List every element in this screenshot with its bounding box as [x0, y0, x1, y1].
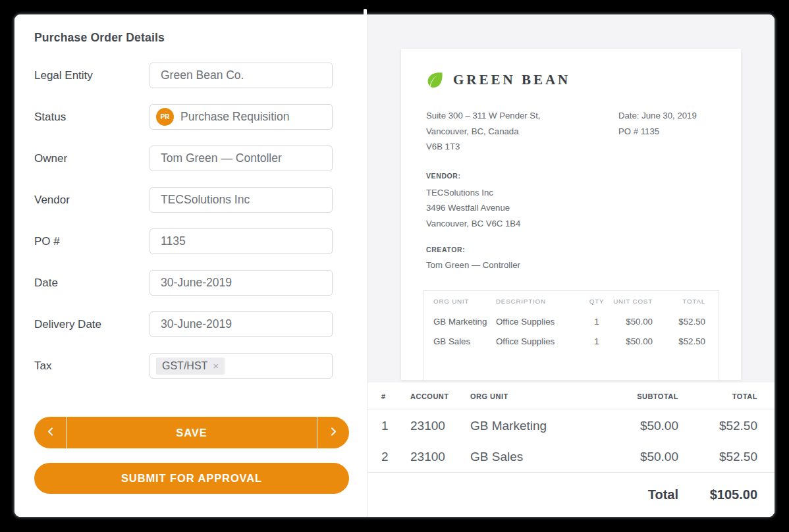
summary-row: 1 23100 GB Marketing $50.00 $52.50 — [367, 410, 775, 441]
summary-total-row: Total $105.00 — [367, 472, 775, 517]
cell-total: $52.50 — [653, 336, 719, 346]
document-header-info: Suite 300 – 311 W Pender St, Vancouver, … — [426, 108, 716, 155]
summary-cell-org-unit: GB Sales — [470, 450, 580, 464]
summary-row: 2 23100 GB Sales $50.00 $52.50 — [367, 441, 775, 472]
vendor-line: TECSolutions Inc — [426, 185, 716, 201]
leaf-icon — [426, 71, 444, 89]
cell-description: Office Supplies — [496, 336, 584, 346]
header-total: TOTAL — [653, 298, 719, 305]
summary-header-total: TOTAL — [678, 392, 757, 400]
page-title: Purchase Order Details — [34, 31, 367, 45]
line-item-row: GB Sales Office Supplies 1 $50.00 $52.50 — [423, 331, 719, 351]
date-input[interactable]: 30-June-2019 — [150, 270, 333, 296]
po-preview-panel: GREEN BEAN Suite 300 – 311 W Pender St, … — [367, 14, 775, 517]
line-item-row: GB Marketing Office Supplies 1 $50.00 $5… — [423, 311, 719, 331]
field-row-date: Date 30-June-2019 — [34, 270, 367, 296]
field-row-delivery-date: Delivery Date 30-June-2019 — [34, 311, 367, 337]
tax-label: Tax — [34, 359, 150, 373]
po-document-preview: GREEN BEAN Suite 300 – 311 W Pender St, … — [401, 49, 741, 380]
cell-total: $52.50 — [653, 317, 719, 327]
vendor-line: Vancouver, BC V6C 1B4 — [426, 216, 716, 232]
summary-header-account: ACCOUNT — [410, 392, 470, 400]
field-row-legal-entity: Legal Entity Green Bean Co. — [34, 63, 367, 88]
save-button[interactable]: SAVE — [66, 417, 317, 448]
status-value: Purchase Requisition — [180, 110, 289, 124]
po-number-value: 1135 — [161, 234, 186, 248]
line-items-header-row: ORG UNIT DESCRIPTION QTY UNIT COST TOTAL — [423, 291, 719, 311]
screen-background: Purchase Order Details Legal Entity Gree… — [0, 0, 789, 532]
header-qty: QTY — [584, 298, 610, 305]
owner-label: Owner — [34, 152, 150, 165]
vendor-input[interactable]: TECSolutions Inc — [150, 187, 333, 213]
header-description: DESCRIPTION — [496, 298, 584, 305]
summary-cell-org-unit: GB Marketing — [470, 419, 580, 433]
status-input[interactable]: PR Purchase Requisition — [150, 104, 333, 130]
chevron-right-icon — [331, 427, 337, 438]
status-badge: PR — [156, 108, 174, 126]
vendor-section-label: VENDOR: — [426, 172, 716, 180]
chevron-left-icon — [47, 427, 53, 438]
cell-description: Office Supplies — [496, 317, 584, 327]
summary-cell-number: 1 — [381, 419, 410, 433]
cell-org-unit: GB Marketing — [423, 317, 496, 327]
field-row-po-number: PO # 1135 — [34, 228, 367, 254]
field-row-owner: Owner Tom Green — Contoller — [34, 146, 367, 171]
status-label: Status — [34, 111, 150, 124]
document-meta: Date: June 30, 2019 PO # 1135 — [618, 108, 697, 139]
creator-name: Tom Green — Controller — [426, 257, 716, 273]
tax-chip: GST/HST × — [156, 358, 225, 375]
save-prev-button[interactable] — [34, 417, 66, 448]
delivery-date-value: 30-June-2019 — [161, 317, 232, 331]
save-next-button[interactable] — [317, 417, 349, 448]
summary-cell-account: 23100 — [410, 419, 470, 433]
summary-cell-number: 2 — [381, 450, 410, 464]
tax-chip-text: GST/HST — [162, 360, 207, 372]
cell-qty: 1 — [584, 317, 610, 327]
document-po-number: PO # 1135 — [618, 124, 697, 140]
cell-qty: 1 — [584, 336, 610, 346]
delivery-date-input[interactable]: 30-June-2019 — [150, 311, 333, 337]
submit-for-approval-button[interactable]: SUBMIT FOR APPROVAL — [34, 463, 349, 494]
delivery-date-label: Delivery Date — [34, 318, 150, 331]
summary-header-org-unit: ORG UNIT — [470, 392, 580, 400]
app-window: Purchase Order Details Legal Entity Gree… — [14, 14, 775, 517]
address-line: V6B 1T3 — [426, 139, 716, 155]
legal-entity-label: Legal Entity — [34, 69, 150, 82]
legal-entity-value: Green Bean Co. — [161, 68, 244, 82]
date-value: 30-June-2019 — [161, 276, 232, 290]
document-date: Date: June 30, 2019 — [618, 108, 697, 124]
vendor-value: TECSolutions Inc — [161, 193, 250, 207]
creator-section-label: CREATOR: — [426, 246, 716, 253]
legal-entity-input[interactable]: Green Bean Co. — [150, 63, 333, 88]
summary-table: # ACCOUNT ORG UNIT SUBTOTAL TOTAL 1 2310… — [367, 383, 775, 517]
company-logo: GREEN BEAN — [426, 71, 716, 89]
company-name: GREEN BEAN — [453, 72, 570, 88]
summary-cell-total: $52.50 — [678, 419, 757, 433]
vendor-label: Vendor — [34, 194, 150, 207]
field-row-status: Status PR Purchase Requisition — [34, 104, 367, 130]
summary-header-subtotal: SUBTOTAL — [580, 392, 678, 400]
remove-tax-icon[interactable]: × — [213, 361, 219, 371]
document-line-items-table: ORG UNIT DESCRIPTION QTY UNIT COST TOTAL… — [423, 290, 719, 380]
tax-input[interactable]: GST/HST × — [150, 353, 333, 379]
summary-cell-subtotal: $50.00 — [580, 419, 678, 433]
summary-header-number: # — [381, 392, 410, 400]
save-button-group: SAVE — [34, 417, 349, 448]
cell-unit-cost: $50.00 — [610, 317, 653, 327]
owner-input[interactable]: Tom Green — Contoller — [150, 146, 333, 171]
field-row-tax: Tax GST/HST × — [34, 353, 367, 379]
vendor-line: 3496 Westfall Avenue — [426, 200, 716, 216]
po-number-input[interactable]: 1135 — [150, 228, 333, 254]
summary-cell-total: $52.50 — [678, 450, 757, 464]
owner-value: Tom Green — Contoller — [161, 151, 282, 165]
header-unit-cost: UNIT COST — [610, 298, 653, 305]
header-org-unit: ORG UNIT — [423, 298, 496, 305]
vendor-address: TECSolutions Inc 3496 Westfall Avenue Va… — [426, 185, 716, 232]
grand-total-value: $105.00 — [678, 487, 757, 502]
cell-unit-cost: $50.00 — [610, 336, 653, 346]
field-row-vendor: Vendor TECSolutions Inc — [34, 187, 367, 213]
summary-header-row: # ACCOUNT ORG UNIT SUBTOTAL TOTAL — [367, 383, 775, 410]
summary-cell-account: 23100 — [410, 450, 470, 464]
date-label: Date — [34, 277, 150, 290]
grand-total-label: Total — [580, 487, 678, 502]
